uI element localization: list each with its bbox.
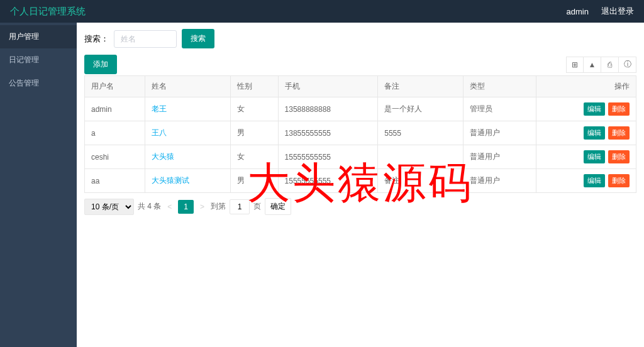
toolbar-row: 添加 ⊞ ▲ ⎙ ⓘ: [84, 55, 636, 74]
th-name: 姓名: [145, 76, 230, 97]
cell-remark: [378, 145, 464, 169]
add-button[interactable]: 添加: [84, 55, 117, 74]
sidebar-item-users[interactable]: 用户管理: [0, 25, 77, 48]
cell-phone: 13588888888: [278, 97, 378, 121]
cell-gender: 男: [230, 121, 278, 145]
layout: 用户管理 日记管理 公告管理 搜索： 搜索 添加 ⊞ ▲ ⎙ ⓘ 用户名 姓名 …: [0, 23, 644, 347]
filter-icon[interactable]: ⊞: [566, 57, 584, 73]
app-title: 个人日记管理系统: [10, 6, 86, 18]
table-row: a 王八 男 13855555555 5555 普通用户 编辑 删除: [85, 121, 636, 145]
page-label: 页: [253, 201, 261, 212]
more-icon[interactable]: ⓘ: [619, 57, 636, 73]
data-table: 用户名 姓名 性别 手机 备注 类型 操作 admin 老王 女 1358888…: [84, 75, 636, 193]
sidebar: 用户管理 日记管理 公告管理: [0, 23, 77, 347]
cell-phone: 15555555555: [278, 169, 378, 193]
cell-ops: 编辑 删除: [536, 169, 636, 193]
export-icon[interactable]: ▲: [584, 57, 601, 73]
table-header-row: 用户名 姓名 性别 手机 备注 类型 操作: [85, 76, 636, 97]
cell-username: ceshi: [85, 145, 145, 169]
th-username: 用户名: [85, 76, 145, 97]
cell-name[interactable]: 大头猿测试: [145, 169, 230, 193]
th-remark: 备注: [378, 76, 464, 97]
cell-type: 管理员: [464, 97, 536, 121]
cell-name[interactable]: 老王: [145, 97, 230, 121]
goto-label: 到第: [211, 201, 226, 212]
logout-link[interactable]: 退出登录: [601, 6, 634, 17]
header-right: admin 退出登录: [567, 6, 634, 17]
edit-button[interactable]: 编辑: [584, 126, 605, 140]
delete-button[interactable]: 删除: [608, 150, 630, 163]
pagination: 10 条/页 共 4 条 < 1 > 到第 页 确定: [84, 198, 636, 215]
cell-remark: 备注: [378, 169, 464, 193]
per-page-select[interactable]: 10 条/页: [84, 199, 134, 215]
main-content: 搜索： 搜索 添加 ⊞ ▲ ⎙ ⓘ 用户名 姓名 性别 手机 备注 类型: [77, 23, 644, 347]
table-row: aa 大头猿测试 男 15555555555 备注 普通用户 编辑 删除: [85, 169, 636, 193]
cell-username: a: [85, 121, 145, 145]
delete-button[interactable]: 删除: [608, 126, 630, 140]
th-ops: 操作: [536, 76, 636, 97]
th-phone: 手机: [278, 76, 378, 97]
th-type: 类型: [464, 76, 536, 97]
cell-ops: 编辑 删除: [536, 97, 636, 121]
user-label[interactable]: admin: [567, 7, 589, 16]
cell-name[interactable]: 大头猿: [145, 145, 230, 169]
cell-name[interactable]: 王八: [145, 121, 230, 145]
cell-gender: 女: [230, 97, 278, 121]
print-icon[interactable]: ⎙: [601, 57, 619, 73]
cell-ops: 编辑 删除: [536, 121, 636, 145]
goto-input[interactable]: [230, 199, 250, 214]
table-row: admin 老王 女 13588888888 是一个好人 管理员 编辑 删除: [85, 97, 636, 121]
search-label: 搜索：: [84, 33, 109, 45]
total-label: 共 4 条: [138, 201, 161, 212]
cell-remark: 5555: [378, 121, 464, 145]
search-button[interactable]: 搜索: [182, 29, 214, 48]
edit-button[interactable]: 编辑: [584, 174, 605, 187]
icon-group: ⊞ ▲ ⎙ ⓘ: [566, 57, 636, 73]
th-gender: 性别: [230, 76, 278, 97]
edit-button[interactable]: 编辑: [584, 150, 605, 163]
prev-page-icon[interactable]: <: [165, 202, 174, 211]
table-row: ceshi 大头猿 女 15555555555 普通用户 编辑 删除: [85, 145, 636, 169]
header: 个人日记管理系统 admin 退出登录: [0, 0, 644, 23]
cell-type: 普通用户: [464, 121, 536, 145]
cell-username: aa: [85, 169, 145, 193]
delete-button[interactable]: 删除: [608, 174, 630, 187]
cell-phone: 13855555555: [278, 121, 378, 145]
delete-button[interactable]: 删除: [608, 102, 630, 116]
next-page-icon[interactable]: >: [197, 202, 207, 211]
current-page[interactable]: 1: [178, 200, 194, 214]
cell-gender: 男: [230, 169, 278, 193]
cell-username: admin: [85, 97, 145, 121]
cell-ops: 编辑 删除: [536, 145, 636, 169]
search-input[interactable]: [114, 30, 177, 48]
cell-phone: 15555555555: [278, 145, 378, 169]
cell-gender: 女: [230, 145, 278, 169]
edit-button[interactable]: 编辑: [584, 102, 605, 116]
goto-confirm-button[interactable]: 确定: [265, 198, 291, 215]
cell-type: 普通用户: [464, 145, 536, 169]
sidebar-item-notice[interactable]: 公告管理: [0, 72, 77, 95]
cell-type: 普通用户: [464, 169, 536, 193]
cell-remark: 是一个好人: [378, 97, 464, 121]
sidebar-item-diary[interactable]: 日记管理: [0, 48, 77, 72]
search-row: 搜索： 搜索: [84, 29, 636, 48]
